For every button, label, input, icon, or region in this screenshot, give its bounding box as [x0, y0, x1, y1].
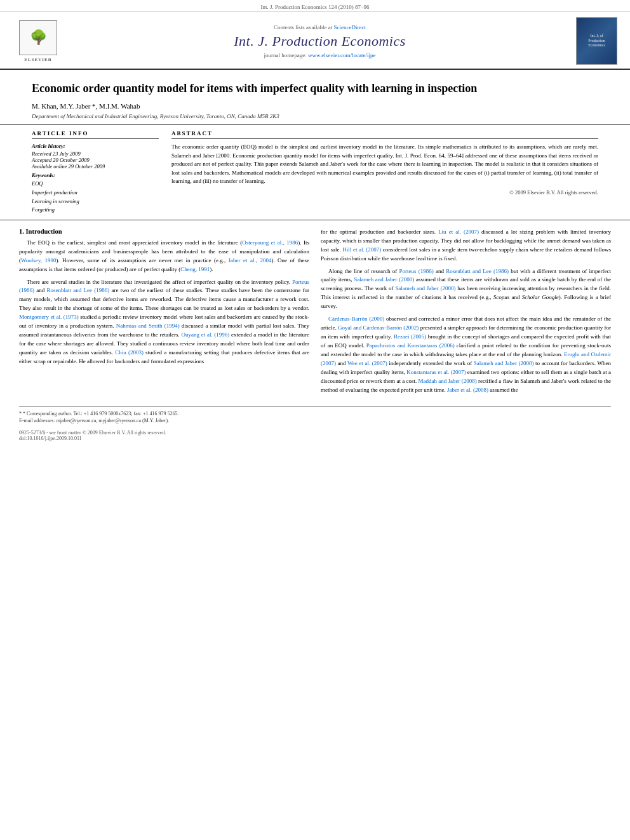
ref-ouyang[interactable]: Ouyang et al. (1996) [182, 331, 230, 338]
ref-wee2007[interactable]: Wee et al. (2007) [347, 360, 387, 366]
ref-rosenblatt[interactable]: Rosenblatt and Lee (1986) [47, 287, 110, 293]
authors-text: M. Khan, M.Y. Jaber *, M.I.M. Wahab [32, 102, 140, 110]
keywords-label: Keywords: [32, 172, 159, 178]
ref-jaber2004[interactable]: Jaber et al., 2004 [229, 257, 272, 263]
page-wrapper: Int. J. Production Economics 124 (2010) … [0, 0, 630, 840]
footnote-email: E-mail addresses: mjaber@ryerson.ca, myj… [19, 417, 611, 424]
section1-heading: 1. Introduction [19, 228, 309, 235]
ref-liu2007[interactable]: Liu et al. (2007) [438, 229, 479, 235]
elsevier-logo-box: 🌳 [19, 20, 57, 55]
elsevier-tree-icon: 🌳 [30, 30, 47, 44]
journal-citation: Int. J. Production Economics 124 (2010) … [261, 4, 370, 10]
article-info-section: ARTICLE INFO Article history: Received 2… [0, 125, 630, 220]
ref-salameh2000b[interactable]: Salameh and Jaber (2000) [395, 285, 455, 291]
article-title: Economic order quantity model for items … [32, 81, 598, 96]
ref-chiu[interactable]: Chiu (2003) [115, 349, 144, 356]
elsevier-logo: 🌳 ELSEVIER [13, 20, 64, 62]
ref-salameh2000[interactable]: Salameh and Jaber (2000) [354, 276, 414, 283]
journal-thumbnail: Int. J. of Production Economics [576, 17, 617, 65]
journal-thumb-text: Int. J. of Production Economics [586, 32, 607, 50]
body-para-right-2: Along the line of research of Porteus (1… [321, 267, 611, 312]
article-info-right: ABSTRACT The economic order quantity (EO… [171, 130, 598, 214]
accepted-date: Accepted 20 October 2009 [32, 157, 159, 163]
journal-name: Int. J. Production Economics [64, 33, 576, 50]
sciencedirect-line: Contents lists available at ScienceDirec… [64, 24, 576, 30]
ref-porteus2[interactable]: Porteus (1986) [399, 268, 433, 274]
keyword-3: Learning in screening [32, 197, 159, 206]
journal-header: 🌳 ELSEVIER Contents lists available at S… [0, 12, 630, 70]
ref-jaber2008[interactable]: Jaber et al. (2008) [447, 387, 488, 393]
bottom-copyright: 0925-5273/$ - see front matter © 2009 El… [19, 430, 611, 436]
homepage-url[interactable]: www.elsevier.com/locate/ijpe [308, 52, 375, 58]
footnote-section: * * Corresponding author. Tel.: +1 416 9… [19, 406, 611, 427]
column-right: for the optimal production and backorder… [321, 228, 611, 399]
abstract-title: ABSTRACT [171, 130, 598, 139]
received-date: Received 23 July 2009 [32, 150, 159, 157]
keywords-list: EOQ Imperfect production Learning in scr… [32, 180, 159, 214]
ref-goyal2002[interactable]: Goyal and Cárdenas-Barrón (2002) [338, 324, 419, 331]
ref-papachristos[interactable]: Papachristos and Konstantaras (2006) [366, 342, 455, 349]
contents-available-text: Contents lists available at [274, 24, 332, 30]
column-left: 1. Introduction The EOQ is the earliest,… [19, 228, 309, 399]
ref-salameh2000c[interactable]: Salameh and Jaber (2000) [474, 360, 534, 366]
journal-citation-bar: Int. J. Production Economics 124 (2010) … [0, 0, 630, 12]
bottom-info: 0925-5273/$ - see front matter © 2009 El… [0, 427, 630, 444]
body-para-right-1: for the optimal production and backorder… [321, 228, 611, 263]
homepage-label: journal homepage: [264, 52, 307, 58]
ref-rezaei2005[interactable]: Rezaei (2005) [394, 333, 426, 340]
main-body: 1. Introduction The EOQ is the earliest,… [0, 220, 630, 406]
available-online: Available online 29 October 2009 [32, 163, 159, 170]
article-title-section: Economic order quantity model for items … [0, 70, 630, 125]
history-label: Article history: [32, 143, 159, 149]
bottom-doi: doi:10.1016/j.ijpe.2009.10.011 [19, 436, 611, 441]
journal-title-center: Contents lists available at ScienceDirec… [64, 24, 576, 58]
abstract-text: The economic order quantity (EOQ) model … [171, 143, 598, 186]
article-info-left: ARTICLE INFO Article history: Received 2… [32, 130, 159, 214]
ref-nahmias[interactable]: Nahmias and Smith (1994) [116, 323, 180, 329]
ref-rosenblatt2[interactable]: Rosenblatt and Lee (1986) [446, 268, 509, 274]
ref-maddah[interactable]: Maddah and Jaber (2008) [418, 378, 476, 384]
keyword-2: Imperfect production [32, 189, 159, 197]
keyword-4: Forgetting [32, 206, 159, 215]
ref-cardenas2000[interactable]: Cárdenas-Barrón (2000) [328, 316, 384, 322]
article-affiliation: Department of Mechanical and Industrial … [32, 113, 598, 119]
body-para-2: There are several studies in the literat… [19, 278, 309, 366]
abstract-copyright: © 2009 Elsevier B.V. All rights reserved… [171, 189, 598, 196]
footnote-text: * Corresponding author. Tel.: +1 416 979… [23, 411, 178, 417]
article-info-title: ARTICLE INFO [32, 130, 159, 139]
body-para-right-3: Cárdenas-Barrón (2000) observed and corr… [321, 315, 611, 394]
elsevier-label: ELSEVIER [24, 57, 51, 62]
body-para-1: The EOQ is the earliest, simplest and mo… [19, 239, 309, 274]
keyword-1: EOQ [32, 180, 159, 189]
ref-hill2007[interactable]: Hill et al. (2007) [342, 246, 381, 253]
ref-montgomery[interactable]: Montgomery et al. (1973) [19, 314, 79, 320]
journal-homepage: journal homepage: www.elsevier.com/locat… [64, 52, 576, 58]
ref-osteryoung[interactable]: Osteryoung et al., 1986 [242, 239, 298, 246]
ref-woolsey[interactable]: Woolsey, 1990 [21, 257, 56, 263]
ref-cheng[interactable]: Cheng, 1991 [180, 266, 210, 272]
article-authors: M. Khan, M.Y. Jaber *, M.I.M. Wahab [32, 102, 598, 110]
ref-konstantaras[interactable]: Konstantaras et al. (2007) [406, 369, 466, 375]
footnote-corresponding: * * Corresponding author. Tel.: +1 416 9… [19, 410, 611, 417]
sciencedirect-link[interactable]: ScienceDirect [334, 24, 366, 30]
